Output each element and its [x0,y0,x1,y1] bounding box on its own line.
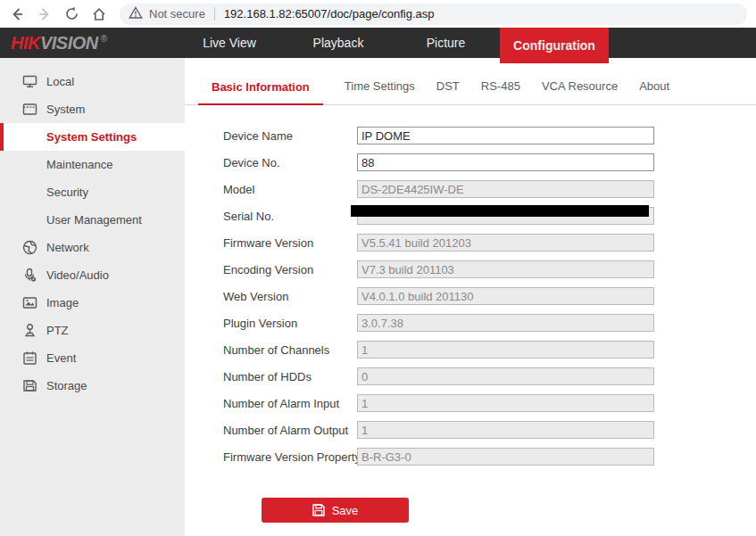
image-icon [22,295,37,310]
tab-rs-485[interactable]: RS-485 [481,79,520,104]
web-version-field [357,287,654,305]
browser-nav-buttons [0,6,107,22]
form-row: Serial No. [223,202,756,229]
encoding-version-field [357,260,654,278]
microphone-icon [22,268,37,283]
sidebar-item-image[interactable]: Image [0,289,185,317]
monitor-icon [22,74,37,89]
tab-basic-information[interactable]: Basic Information [198,80,323,105]
number-of-channels-label: Number of Channels [223,343,357,357]
sidebar-item-system[interactable]: System [0,95,185,123]
device-no-label: Device No. [223,156,357,169]
logo-part-red: HIK [11,33,40,54]
globe-icon [22,240,37,255]
web-version-label: Web Version [223,290,357,303]
sidebar-item-security[interactable]: Security [0,178,185,206]
device-name-label: Device Name [223,129,357,143]
number-of-alarm-input-label: Number of Alarm Input [223,397,357,410]
sidebar-item-label: Video/Audio [46,268,109,282]
save-floppy-icon [312,504,325,516]
page-url: 192.168.1.82:65007/doc/page/config.asp [224,7,435,21]
firmware-version-label: Firmware Version [223,236,357,250]
tab-time-settings[interactable]: Time Settings [345,79,415,104]
sidebar-item-system-settings[interactable]: System Settings [0,123,185,151]
model-label: Model [223,183,357,196]
home-icon[interactable] [91,6,107,22]
sidebar-item-label: PTZ [46,324,69,337]
firmware-version-property-label: Firmware Version Property [223,450,357,464]
number-of-hdds-field [357,367,654,385]
app-header: HIK VISION ® Live View Playback Picture … [0,28,756,58]
tab-dst[interactable]: DST [436,79,460,104]
sidebar-item-label: Local [46,75,74,88]
system-window-icon [22,102,37,117]
form-row: Web Version [223,283,756,309]
form-row: Number of Channels [223,336,756,363]
number-of-hdds-label: Number of HDDs [223,370,357,383]
registered-mark: ® [101,34,107,44]
sidebar-item-label: User Management [46,213,142,227]
nav-playback[interactable]: Playback [311,28,366,58]
security-label: Not secure [149,7,205,21]
tab-vca-resource[interactable]: VCA Resource [542,79,618,104]
sidebar-item-user-management[interactable]: User Management [0,206,185,234]
form-row: Firmware Version [223,229,756,256]
device-name-input[interactable] [357,127,654,144]
model-field [357,180,654,198]
save-button[interactable]: Save [262,498,409,523]
number-of-alarm-output-label: Number of Alarm Output [223,424,357,437]
sidebar-item-label: System [46,103,85,116]
basic-information-form: Device Name Device No. Model Serial No. … [185,105,756,523]
firmware-version-property-field [357,448,654,466]
reload-icon[interactable] [64,6,79,21]
form-row: Number of Alarm Input [223,390,756,416]
form-row: Device No. [223,149,756,176]
sidebar-item-label: Event [46,351,76,365]
tab-about[interactable]: About [639,79,669,104]
sidebar-item-local[interactable]: Local [0,68,185,95]
hikvision-logo: HIK VISION ® [11,28,107,58]
plugin-version-label: Plugin Version [223,317,357,330]
back-icon[interactable] [9,6,25,22]
nav-picture[interactable]: Picture [426,28,466,58]
form-row: Firmware Version Property [223,443,756,470]
tab-bar: Basic Information Time Settings DST RS-4… [185,58,756,105]
sidebar-item-label: Storage [46,379,87,392]
sidebar: Local System System Settings Maintenance… [0,58,185,536]
sidebar-item-network[interactable]: Network [0,234,185,261]
save-button-label: Save [332,504,359,517]
address-bar[interactable]: Not secure 192.168.1.82:65007/doc/page/c… [120,4,747,25]
sidebar-item-label: Network [46,241,89,254]
logo-part-gray: VISION [40,33,98,54]
floppy-disk-icon [22,378,37,393]
nav-configuration[interactable]: Configuration [500,28,609,63]
sidebar-item-ptz[interactable]: PTZ [0,317,185,344]
number-of-alarm-output-field [357,421,654,439]
device-no-input[interactable] [357,153,654,171]
sidebar-item-label: Maintenance [46,158,112,171]
warning-triangle-icon[interactable] [129,6,143,22]
firmware-version-field [357,234,654,252]
main-content: Basic Information Time Settings DST RS-4… [185,58,756,536]
sidebar-item-event[interactable]: Event [0,344,185,372]
sidebar-item-maintenance[interactable]: Maintenance [0,151,185,178]
encoding-version-label: Encoding Version [223,263,357,276]
number-of-alarm-input-field [357,394,654,412]
form-row: Number of HDDs [223,363,756,390]
sidebar-item-label: Security [46,186,88,199]
forward-icon[interactable] [37,6,53,22]
form-row: Model [223,176,756,202]
form-row: Number of Alarm Output [223,416,756,443]
plugin-version-field [357,314,654,332]
sidebar-item-label: Image [46,296,79,309]
form-row: Device Name [223,122,756,149]
redaction-bar [351,205,649,217]
sidebar-item-storage[interactable]: Storage [0,372,185,400]
sidebar-item-video-audio[interactable]: Video/Audio [0,261,185,289]
form-row: Encoding Version [223,256,756,283]
address-bar-divider [214,7,215,21]
browser-chrome: Not secure 192.168.1.82:65007/doc/page/c… [0,0,756,28]
nav-live-view[interactable]: Live View [203,28,256,58]
sidebar-item-label: System Settings [46,130,137,144]
joystick-icon [22,323,37,338]
